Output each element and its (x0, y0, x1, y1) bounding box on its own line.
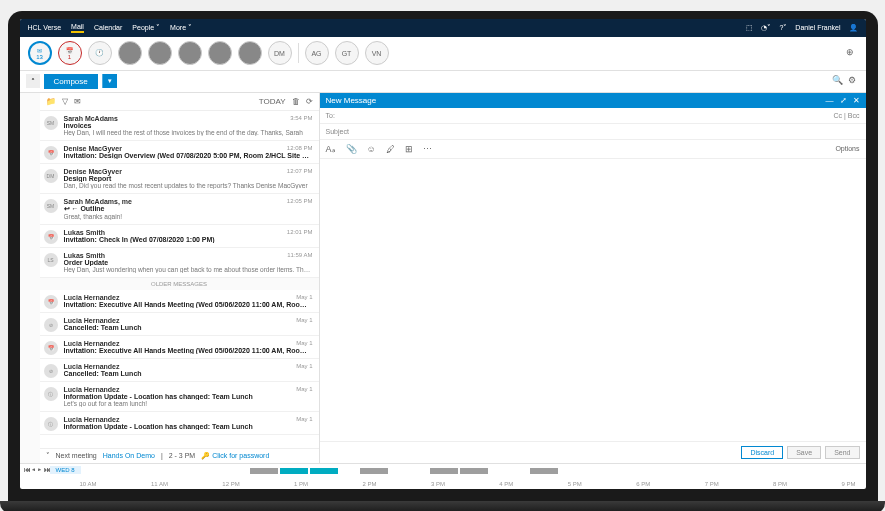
more-format-icon[interactable]: ⋯ (423, 144, 432, 154)
timeline-hour: 6 PM (636, 481, 650, 487)
message-time: 12:08 PM (287, 145, 313, 151)
top-navigation: HCL Verse Mail Calendar People ˅ More ˅ … (20, 19, 866, 37)
message-row[interactable]: ⊘ May 1 Lucia Hernandez Cancelled: Team … (40, 313, 319, 336)
message-subject: Information Update - Location has change… (64, 393, 313, 400)
message-row[interactable]: DM 12:07 PM Denise MacGyver Design Repor… (40, 164, 319, 194)
nav-calendar[interactable]: Calendar (94, 24, 122, 31)
contact-initials[interactable]: GT (335, 41, 359, 65)
clock-icon[interactable]: 🕐 (88, 41, 112, 65)
timeline-nav[interactable]: ⏮ ◀ ▶ ⏭ (24, 466, 52, 473)
minimize-icon[interactable]: — (826, 96, 834, 105)
next-meeting-bar[interactable]: ˅ Next meeting Hands On Demo | 2 - 3 PM … (40, 448, 319, 463)
compose-dropdown[interactable]: ▾ (102, 74, 117, 88)
send-button[interactable]: Send (825, 446, 859, 459)
message-row[interactable]: SM 3:54 PM Sarah McAdams Invoices Hey Da… (40, 111, 319, 141)
user-name[interactable]: Daniel Frankel (795, 24, 840, 31)
search-icon[interactable]: 🔍 (832, 75, 844, 87)
contact-avatar[interactable] (118, 41, 142, 65)
message-sender: Lucia Hernandez (64, 416, 313, 423)
compose-title: New Message (326, 96, 377, 105)
sidebar (20, 93, 40, 463)
compose-panel: New Message — ⤢ ✕ To: Cc | Bcc Subject A… (320, 93, 866, 463)
message-avatar: SM (44, 199, 58, 213)
calendar-count-badge[interactable]: 📅1 (58, 41, 82, 65)
save-button[interactable]: Save (787, 446, 821, 459)
message-sender: Lucia Hernandez (64, 386, 313, 393)
message-time: 12:05 PM (287, 198, 313, 204)
cc-bcc-link[interactable]: Cc | Bcc (834, 112, 860, 119)
message-time: May 1 (296, 386, 312, 392)
contact-avatar[interactable] (148, 41, 172, 65)
message-row[interactable]: ⓘ May 1 Lucia Hernandez Information Upda… (40, 382, 319, 412)
message-subject: Cancelled: Team Lunch (64, 370, 313, 377)
insert-icon[interactable]: ⊞ (405, 144, 413, 154)
message-sender: Lukas Smith (64, 229, 313, 236)
close-icon[interactable]: ✕ (853, 96, 860, 105)
compose-body[interactable] (320, 159, 866, 441)
user-avatar-icon[interactable]: 👤 (849, 24, 858, 32)
expand-icon[interactable]: ⤢ (840, 96, 847, 105)
message-sender: Sarah McAdams (64, 115, 313, 122)
settings-icon[interactable]: ⚙ (848, 75, 860, 87)
message-subject: Invitation: Executive All Hands Meeting … (64, 301, 313, 308)
contact-initials[interactable]: AG (305, 41, 329, 65)
password-link[interactable]: 🔑 Click for password (201, 452, 269, 460)
message-row[interactable]: 📅 May 1 Lucia Hernandez Invitation: Exec… (40, 290, 319, 313)
message-row[interactable]: 📅 12:01 PM Lukas Smith Invitation: Check… (40, 225, 319, 248)
split-icon[interactable]: ⬚ (746, 24, 753, 32)
nav-people[interactable]: People ˅ (132, 24, 160, 32)
message-avatar: DM (44, 169, 58, 183)
contact-avatar[interactable] (238, 41, 262, 65)
refresh-icon[interactable]: ⟳ (306, 97, 313, 106)
timeline[interactable]: ⏮ ◀ ▶ ⏭ WED 8 10 AM11 AM12 PM1 PM2 PM3 P… (20, 463, 866, 489)
message-subject: Invitation: Check In (Wed 07/08/2020 1:0… (64, 236, 313, 243)
message-preview: Let's go out for a team lunch! (64, 400, 313, 407)
brand-label: HCL Verse (28, 24, 62, 31)
message-subject: ↩ ← Outline (64, 205, 313, 213)
folder-icon[interactable]: 📁 (46, 97, 56, 106)
message-avatar: 📅 (44, 146, 58, 160)
collapse-button[interactable]: ˄ (26, 74, 40, 88)
to-field[interactable]: To: (326, 112, 335, 119)
filter-icon[interactable]: ▽ (62, 97, 68, 106)
contact-avatar[interactable] (208, 41, 232, 65)
mail-icon[interactable]: ✉ (74, 97, 81, 106)
notification-icon[interactable]: ◔˅ (761, 24, 771, 32)
message-avatar: 📅 (44, 230, 58, 244)
timeline-date[interactable]: WED 8 (50, 466, 81, 474)
message-row[interactable]: 📅 May 1 Lucia Hernandez Invitation: Exec… (40, 336, 319, 359)
emoji-icon[interactable]: ☺ (367, 144, 376, 154)
message-row[interactable]: LS 11:59 AM Lukas Smith Order Update Hey… (40, 248, 319, 278)
discard-button[interactable]: Discard (741, 446, 783, 459)
mail-count-badge[interactable]: ✉13 (28, 41, 52, 65)
message-avatar: 📅 (44, 295, 58, 309)
nav-more[interactable]: More ˅ (170, 24, 192, 32)
help-icon[interactable]: ?˅ (779, 24, 787, 32)
message-row[interactable]: ⓘ May 1 Lucia Hernandez Information Upda… (40, 412, 319, 435)
message-sender: Lucia Hernandez (64, 317, 313, 324)
message-preview: Hey Dan, Just wondering when you can get… (64, 266, 313, 273)
nav-mail[interactable]: Mail (71, 23, 84, 33)
message-row[interactable]: SM 12:05 PM Sarah McAdams, me ↩ ← Outlin… (40, 194, 319, 225)
attach-icon[interactable]: 📎 (346, 144, 357, 154)
contact-initials[interactable]: DM (268, 41, 292, 65)
contact-avatar[interactable] (178, 41, 202, 65)
signature-icon[interactable]: 🖊 (386, 144, 395, 154)
message-preview: Great, thanks again! (64, 213, 313, 220)
compose-button[interactable]: Compose (44, 74, 98, 89)
message-subject: Order Update (64, 259, 313, 266)
message-avatar: ⓘ (44, 387, 58, 401)
message-time: 3:54 PM (290, 115, 312, 121)
more-icon[interactable]: ⊕ (846, 47, 858, 59)
contact-initials[interactable]: VN (365, 41, 389, 65)
font-icon[interactable]: Aₐ (326, 144, 336, 154)
toolbar: ˄ Compose ▾ 🔍 ⚙ (20, 71, 866, 93)
message-row[interactable]: ⊘ May 1 Lucia Hernandez Cancelled: Team … (40, 359, 319, 382)
subject-field[interactable]: Subject (326, 128, 349, 135)
message-sender: Lukas Smith (64, 252, 313, 259)
avatar-bar: ✉13 📅1 🕐 DM AG GT VN ⊕ (20, 37, 866, 71)
options-link[interactable]: Options (835, 145, 859, 152)
message-subject: Information Update - Location has change… (64, 423, 313, 430)
delete-icon[interactable]: 🗑 (292, 97, 300, 106)
message-row[interactable]: 📅 12:08 PM Denise MacGyver Invitation: D… (40, 141, 319, 164)
